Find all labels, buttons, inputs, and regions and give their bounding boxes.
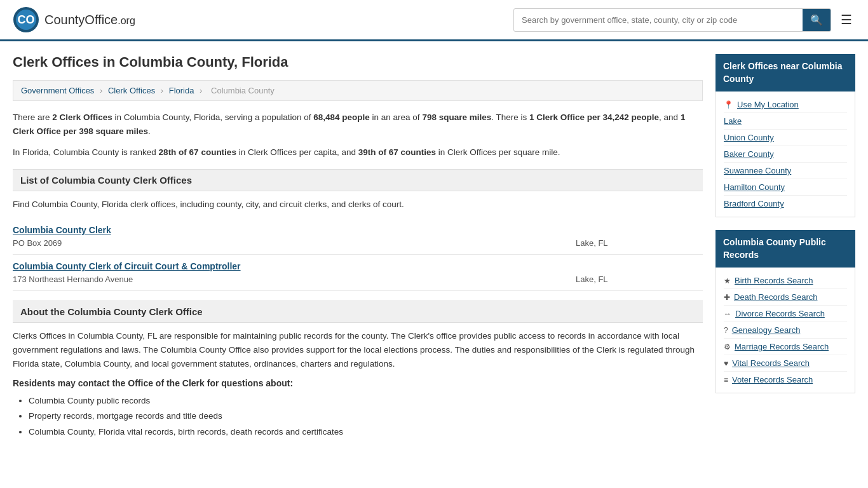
page-title: Clerk Offices in Columbia County, Florid… (13, 54, 703, 71)
death-records-link[interactable]: Death Records Search (734, 292, 818, 302)
sidebar-item-divorce-records[interactable]: ↔ Divorce Records Search (724, 306, 847, 322)
sidebar-item-death-records[interactable]: ✚ Death Records Search (724, 289, 847, 306)
office-address-2: 173 Northeast Hernando Avenue (13, 274, 573, 284)
main-layout: Clerk Offices in Columbia County, Florid… (0, 41, 868, 452)
sidebar-item-genealogy[interactable]: ? Genealogy Search (724, 322, 847, 339)
sidebar-item-union-county[interactable]: Union County (724, 130, 847, 146)
list-item: Property records, mortgage records and t… (29, 409, 703, 424)
search-input[interactable] (514, 10, 803, 30)
use-my-location-link[interactable]: Use My Location (737, 100, 799, 109)
nearby-baker-county-link[interactable]: Baker County (724, 149, 774, 159)
breadcrumb: Government Offices › Clerk Offices › Flo… (13, 80, 703, 101)
logo-text: CountyOffice.org (44, 13, 135, 27)
description-2: In Florida, Columbia County is ranked 28… (13, 146, 703, 159)
list-item: Columbia County, Florida vital records, … (29, 424, 703, 440)
sidebar-public-records-content: ★ Birth Records Search ✚ Death Records S… (715, 268, 855, 393)
sidebar-nearby-content: 📍 Use My Location Lake Union County Bake… (715, 92, 855, 217)
breadcrumb-government-offices[interactable]: Government Offices (21, 86, 94, 95)
header-right: 🔍 ☰ (513, 8, 855, 32)
logo-icon: CO (13, 6, 39, 33)
menu-button[interactable]: ☰ (837, 9, 855, 30)
voter-records-link[interactable]: Voter Records Search (732, 375, 813, 384)
main-content: Clerk Offices in Columbia County, Florid… (13, 54, 703, 440)
table-row: Columbia County Clerk PO Box 2069 Lake, … (13, 219, 703, 255)
sidebar-public-records-header: Columbia County Public Records (715, 230, 855, 268)
residents-title: Residents may contact the Office of the … (13, 378, 703, 388)
office-city-1: Lake, FL (576, 238, 703, 248)
sidebar-item-lake[interactable]: Lake (724, 113, 847, 130)
search-bar-container: 🔍 (513, 8, 831, 32)
genealogy-icon: ? (724, 326, 728, 335)
vital-records-icon: ♥ (724, 359, 728, 368)
logo-area: CO CountyOffice.org (13, 6, 135, 33)
death-records-icon: ✚ (724, 293, 730, 302)
description-1: There are 2 Clerk Offices in Columbia Co… (13, 111, 703, 138)
office-city-2: Lake, FL (576, 274, 703, 284)
vital-records-link[interactable]: Vital Records Search (732, 358, 810, 368)
header: CO CountyOffice.org 🔍 ☰ (0, 0, 868, 41)
office-list: Columbia County Clerk PO Box 2069 Lake, … (13, 219, 703, 291)
genealogy-link[interactable]: Genealogy Search (732, 325, 801, 335)
table-row: Columbia County Clerk of Circuit Court &… (13, 255, 703, 291)
nearby-lake-link[interactable]: Lake (724, 116, 742, 126)
breadcrumb-florida[interactable]: Florida (169, 86, 194, 95)
birth-records-icon: ★ (724, 276, 731, 285)
divorce-records-icon: ↔ (724, 309, 731, 318)
search-button[interactable]: 🔍 (803, 9, 831, 31)
sidebar-item-suwannee-county[interactable]: Suwannee County (724, 163, 847, 179)
birth-records-link[interactable]: Birth Records Search (735, 276, 813, 285)
location-icon: 📍 (724, 100, 733, 109)
about-text: Clerks Offices in Columbia County, FL ar… (13, 329, 703, 370)
nearby-bradford-county-link[interactable]: Bradford County (724, 199, 784, 208)
about-section-header: About the Columbia County Clerk Office (13, 301, 703, 323)
office-address-1: PO Box 2069 (13, 238, 573, 248)
marriage-records-icon: ⚙ (724, 342, 731, 351)
breadcrumb-columbia-county: Columbia County (211, 86, 275, 95)
sidebar-item-marriage-records[interactable]: ⚙ Marriage Records Search (724, 339, 847, 355)
sidebar: Clerk Offices near Columbia County 📍 Use… (715, 54, 855, 440)
office-name-1[interactable]: Columbia County Clerk (13, 225, 573, 235)
sidebar-item-birth-records[interactable]: ★ Birth Records Search (724, 273, 847, 289)
sidebar-nearby-section: Clerk Offices near Columbia County 📍 Use… (715, 54, 855, 217)
sidebar-public-records-section: Columbia County Public Records ★ Birth R… (715, 230, 855, 393)
sidebar-item-vital-records[interactable]: ♥ Vital Records Search (724, 355, 847, 372)
sidebar-item-voter-records[interactable]: ≡ Voter Records Search (724, 372, 847, 388)
svg-text:CO: CO (18, 13, 35, 26)
office-name-2[interactable]: Columbia County Clerk of Circuit Court &… (13, 261, 573, 271)
sidebar-item-baker-county[interactable]: Baker County (724, 146, 847, 163)
nearby-suwannee-county-link[interactable]: Suwannee County (724, 166, 791, 175)
sidebar-item-hamilton-county[interactable]: Hamilton County (724, 179, 847, 196)
nearby-hamilton-county-link[interactable]: Hamilton County (724, 182, 785, 192)
list-section-header: List of Columbia County Clerk Offices (13, 169, 703, 191)
sidebar-item-bradford-county[interactable]: Bradford County (724, 196, 847, 212)
nearby-union-county-link[interactable]: Union County (724, 133, 774, 142)
bullet-list: Columbia County public records Property … (13, 393, 703, 440)
list-item: Columbia County public records (29, 393, 703, 409)
voter-records-icon: ≡ (724, 376, 728, 384)
marriage-records-link[interactable]: Marriage Records Search (735, 342, 829, 351)
sidebar-nearby-header: Clerk Offices near Columbia County (715, 54, 855, 92)
sidebar-item-use-location[interactable]: 📍 Use My Location (724, 97, 847, 113)
breadcrumb-clerk-offices[interactable]: Clerk Offices (108, 86, 155, 95)
divorce-records-link[interactable]: Divorce Records Search (735, 309, 825, 318)
list-description: Find Columbia County, Florida clerk offi… (13, 198, 703, 212)
